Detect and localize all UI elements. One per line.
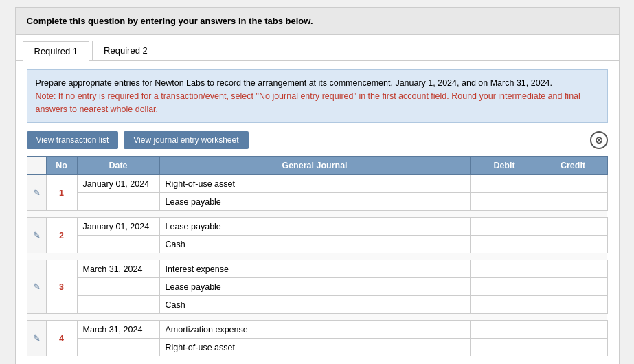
entry-credit[interactable] [539, 296, 607, 314]
tab-required2[interactable]: Required 2 [92, 41, 159, 60]
close-button[interactable]: ⊗ [590, 131, 608, 149]
entry-number: 1 [46, 175, 77, 211]
edit-icon[interactable]: ✎ [33, 187, 41, 198]
edit-cell[interactable]: ✎ [27, 321, 46, 356]
close-icon: ⊗ [595, 135, 603, 146]
info-note-text: Note: If no entry is required for a tran… [36, 91, 580, 114]
entry-debit[interactable] [470, 339, 539, 356]
entry-credit[interactable] [539, 260, 607, 278]
table-row: ✎2January 01, 2024Lease payable [27, 218, 607, 236]
entry-account[interactable]: Cash [159, 296, 470, 314]
entry-credit[interactable] [539, 339, 607, 356]
entry-account[interactable]: Lease payable [159, 218, 470, 236]
entry-date: March 31, 2024 [77, 260, 159, 278]
table-row: Lease payable [27, 278, 607, 296]
table-row: ✎1January 01, 2024Right-of-use asset [27, 175, 607, 193]
entry-debit[interactable] [470, 175, 539, 193]
content-area: Prepare appropriate entries for Newton L… [16, 61, 619, 364]
tabs-bar: Required 1 Required 2 [16, 35, 619, 61]
entry-number: 2 [46, 218, 77, 253]
tab-required1[interactable]: Required 1 [23, 41, 90, 61]
entry-credit[interactable] [539, 193, 607, 211]
entry-account[interactable]: Cash [159, 236, 470, 253]
instruction-bar: Complete this question by entering your … [16, 8, 619, 35]
col-header-debit: Debit [470, 157, 539, 175]
entry-account[interactable]: Lease payable [159, 193, 470, 211]
info-box: Prepare appropriate entries for Newton L… [27, 69, 608, 123]
spacer-row [27, 253, 607, 260]
entry-account[interactable]: Lease payable [159, 278, 470, 296]
entry-credit[interactable] [539, 236, 607, 253]
spacer-row [27, 314, 607, 321]
entry-number: 3 [46, 260, 77, 314]
entry-debit[interactable] [470, 193, 539, 211]
info-main-text: Prepare appropriate entries for Newton L… [36, 78, 553, 88]
table-row: Right-of-use asset [27, 339, 607, 356]
edit-cell[interactable]: ✎ [27, 260, 46, 314]
edit-cell[interactable]: ✎ [27, 175, 46, 211]
edit-icon[interactable]: ✎ [33, 230, 41, 240]
table-row: Lease payable [27, 193, 607, 211]
entry-account[interactable]: Amortization expense [159, 321, 470, 339]
entry-credit[interactable] [539, 175, 607, 193]
entry-debit[interactable] [470, 218, 539, 236]
entry-date: January 01, 2024 [77, 218, 159, 236]
table-row: ✎4March 31, 2024Amortization expense [27, 321, 607, 339]
entry-account[interactable]: Interest expense [159, 260, 470, 278]
entry-debit[interactable] [470, 278, 539, 296]
entry-debit[interactable] [470, 236, 539, 253]
entry-credit[interactable] [539, 218, 607, 236]
entry-date [77, 339, 159, 356]
spacer-row [27, 211, 607, 218]
entry-date [77, 296, 159, 314]
col-header-credit: Credit [539, 157, 607, 175]
entry-debit[interactable] [470, 321, 539, 339]
col-header-no: No [46, 157, 77, 175]
col-header-date: Date [77, 157, 159, 175]
col-header-journal: General Journal [159, 157, 470, 175]
entry-date: January 01, 2024 [77, 175, 159, 193]
entry-credit[interactable] [539, 278, 607, 296]
entry-account[interactable]: Right-of-use asset [159, 175, 470, 193]
instruction-text: Complete this question by entering your … [27, 16, 313, 26]
entry-date [77, 278, 159, 296]
table-row: ✎3March 31, 2024Interest expense [27, 260, 607, 278]
view-journal-entry-button[interactable]: View journal entry worksheet [124, 131, 248, 149]
entry-number: 4 [46, 321, 77, 356]
buttons-row: View transaction list View journal entry… [27, 131, 608, 149]
entry-account[interactable]: Right-of-use asset [159, 339, 470, 356]
edit-icon[interactable]: ✎ [33, 333, 41, 343]
table-row: Cash [27, 236, 607, 253]
entry-debit[interactable] [470, 296, 539, 314]
main-container: Complete this question by entering your … [15, 7, 620, 364]
entry-date: March 31, 2024 [77, 321, 159, 339]
view-transaction-list-button[interactable]: View transaction list [27, 131, 119, 149]
edit-icon[interactable]: ✎ [33, 282, 41, 292]
journal-table: No Date General Journal Debit Credit ✎1J… [27, 156, 608, 356]
entry-date [77, 236, 159, 253]
table-row: Cash [27, 296, 607, 314]
edit-cell[interactable]: ✎ [27, 218, 46, 253]
col-header-edit [27, 157, 46, 175]
entry-credit[interactable] [539, 321, 607, 339]
entry-date [77, 193, 159, 211]
entry-debit[interactable] [470, 260, 539, 278]
